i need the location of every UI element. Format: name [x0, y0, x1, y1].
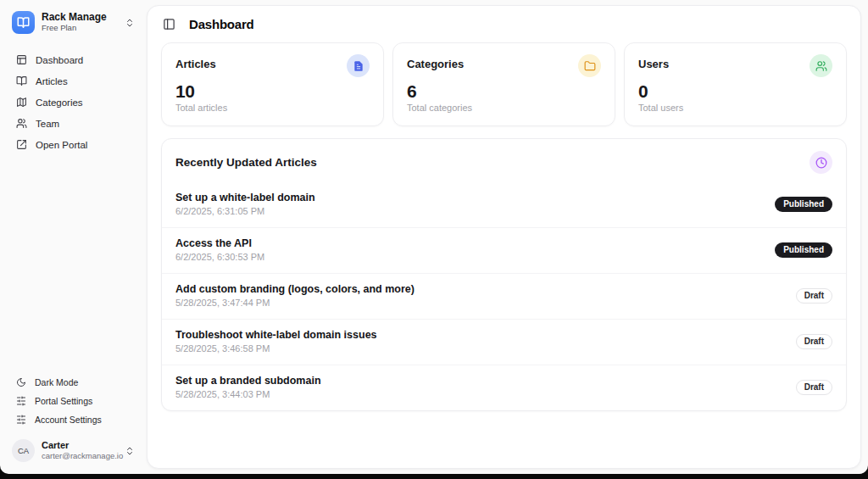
footer-item-label: Dark Mode: [35, 377, 78, 387]
article-row[interactable]: Troubleshoot white-label domain issues 5…: [162, 319, 846, 365]
sliders-icon: [16, 396, 26, 406]
user-name: Carter: [42, 440, 118, 451]
external-link-icon: [16, 139, 27, 150]
account-settings-button[interactable]: Account Settings: [12, 412, 135, 427]
sidebar-toggle-icon[interactable]: [163, 18, 175, 31]
file-text-icon: [347, 54, 370, 77]
sidebar-item-team[interactable]: Team: [12, 114, 135, 132]
article-row[interactable]: Add custom branding (logos, colors, and …: [162, 273, 846, 319]
article-title: Set up a branded subdomain: [175, 375, 321, 387]
status-badge: Draft: [796, 288, 832, 304]
sidebar-item-label: Dashboard: [36, 55, 83, 65]
workspace-plan: Free Plan: [42, 24, 107, 33]
moon-icon: [16, 377, 26, 387]
users-icon: [16, 118, 27, 129]
stat-card-categories: Categories 6 Total categories: [392, 42, 615, 126]
page-header: Dashboard: [147, 6, 860, 41]
article-updated-time: 5/28/2025, 3:47:44 PM: [175, 298, 415, 308]
article-updated-time: 6/2/2025, 6:31:05 PM: [175, 206, 315, 216]
stats-row: Articles 10 Total articles Categories: [161, 42, 847, 126]
article-title: Access the API: [175, 237, 264, 249]
article-row[interactable]: Access the API 6/2/2025, 6:30:53 PM Publ…: [162, 227, 846, 273]
folder-icon: [578, 54, 601, 77]
brand-logo: [12, 11, 35, 34]
sliders-icon: [16, 415, 26, 425]
article-row[interactable]: Set up a white-label domain 6/2/2025, 6:…: [162, 182, 846, 227]
sidebar: Rack Manage Free Plan Dashboard Articles: [0, 0, 147, 474]
sidebar-item-dashboard[interactable]: Dashboard: [12, 51, 135, 69]
sidebar-item-articles[interactable]: Articles: [12, 72, 135, 90]
avatar: CA: [12, 439, 35, 462]
portal-settings-button[interactable]: Portal Settings: [12, 393, 135, 409]
article-row[interactable]: Set up a branded subdomain 5/28/2025, 3:…: [162, 365, 846, 410]
workspace-switcher[interactable]: Rack Manage Free Plan: [12, 11, 135, 34]
article-title: Add custom branding (logos, colors, and …: [175, 283, 415, 295]
book-open-icon: [16, 75, 27, 86]
workspace-name: Rack Manage: [42, 12, 107, 24]
stat-card-articles: Articles 10 Total articles: [161, 42, 384, 126]
sidebar-item-label: Articles: [36, 76, 68, 86]
sidebar-nav: Dashboard Articles Categories Team: [12, 51, 135, 153]
stat-title: Users: [638, 54, 669, 70]
article-list: Set up a white-label domain 6/2/2025, 6:…: [162, 182, 846, 410]
status-badge: Published: [775, 197, 832, 212]
sidebar-item-label: Categories: [36, 97, 83, 108]
status-badge: Draft: [796, 380, 832, 395]
user-email: carter@rackmanage.io: [42, 451, 118, 460]
stat-value: 10: [175, 81, 370, 102]
footer-item-label: Portal Settings: [35, 396, 92, 406]
stat-subtitle: Total users: [638, 103, 832, 113]
article-title: Set up a white-label domain: [175, 192, 315, 203]
sidebar-item-categories[interactable]: Categories: [12, 93, 135, 111]
article-updated-time: 5/28/2025, 3:44:03 PM: [175, 389, 321, 399]
main-panel: Dashboard Articles 10 Total articles: [147, 5, 861, 469]
recent-articles-title: Recently Updated Articles: [175, 156, 317, 169]
sidebar-item-open-portal[interactable]: Open Portal: [12, 136, 135, 153]
stat-value: 6: [407, 81, 601, 102]
chevrons-up-down-icon: [125, 446, 135, 456]
users-icon: [810, 54, 832, 77]
stat-title: Categories: [407, 54, 464, 70]
recent-articles-card: Recently Updated Articles Set up a white…: [161, 138, 847, 411]
dashboard-content: Articles 10 Total articles Categories: [147, 41, 860, 425]
status-badge: Draft: [796, 334, 832, 349]
status-badge: Published: [775, 242, 832, 258]
article-updated-time: 6/2/2025, 6:30:53 PM: [175, 252, 264, 262]
article-updated-time: 5/28/2025, 3:46:58 PM: [175, 343, 377, 354]
stat-subtitle: Total categories: [407, 103, 601, 113]
stat-value: 0: [638, 81, 832, 102]
stat-card-users: Users 0 Total users: [624, 42, 847, 126]
footer-item-label: Account Settings: [35, 415, 102, 425]
user-menu[interactable]: CA Carter carter@rackmanage.io: [12, 439, 135, 462]
clock-icon: [810, 151, 832, 174]
chevrons-up-down-icon: [125, 18, 135, 28]
map-icon: [16, 97, 27, 108]
book-icon: [17, 16, 30, 29]
app-window: Rack Manage Free Plan Dashboard Articles: [0, 0, 868, 474]
dashboard-panel-icon: [16, 54, 27, 65]
stat-subtitle: Total articles: [175, 103, 370, 113]
page-title: Dashboard: [189, 17, 254, 31]
sidebar-footer: Dark Mode Portal Settings Account Settin…: [12, 375, 135, 427]
article-title: Troubleshoot white-label domain issues: [175, 329, 377, 341]
sidebar-item-label: Team: [36, 119, 59, 129]
stat-title: Articles: [175, 54, 216, 70]
dark-mode-button[interactable]: Dark Mode: [12, 375, 135, 390]
sidebar-item-label: Open Portal: [36, 140, 87, 150]
